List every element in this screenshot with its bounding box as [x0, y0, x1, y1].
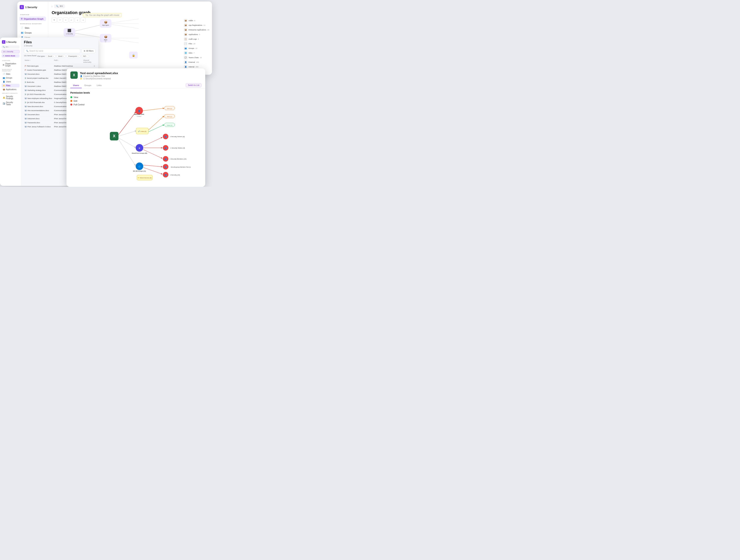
fl-search-magnify-icon: 🔍 [26, 50, 28, 52]
fl-tag-ppt-label: Powerpoint [68, 55, 77, 57]
fl-tag-ppt-remove[interactable]: × [78, 55, 78, 57]
fl-sites-icon: 📄 [3, 73, 5, 75]
legend-sites-r: 🌐 Sites 7 [184, 51, 209, 55]
fl-admin-badge: ✓ Admin Mode [2, 54, 19, 58]
file-icon-pptx: P [25, 69, 26, 71]
shared-count: 0 [83, 65, 95, 67]
fl-grid-icon: ⊞ [3, 64, 4, 66]
fl-users-label: Users [6, 81, 11, 83]
legend-teams-count: 15 [200, 57, 202, 59]
fl-tag-ppt[interactable]: Powerpoint × [67, 55, 80, 58]
legend-internal-label: Internal [188, 66, 194, 68]
fl-nav-applications[interactable]: 📦 Applications [2, 88, 19, 91]
fl-section-security: SECURITY INSIGHTS [2, 93, 19, 94]
fl-logo-box: 1 [2, 40, 5, 44]
svg-text:Edit (1): Edit (1) [167, 116, 172, 117]
fl-workspace-badge: 1S 1 Security [2, 50, 19, 53]
fl-section-workspace: WORKSPACE INVENTORY [2, 69, 19, 72]
fl-tag-word-remove[interactable]: × [63, 55, 64, 57]
svg-text:View (1): View (1) [167, 124, 173, 126]
nav-groups[interactable]: 👥 Groups [19, 30, 46, 35]
filename: Pitch.deck.pptx [27, 65, 38, 67]
svg-line-47 [118, 139, 135, 165]
fl-nav-groups[interactable]: 👥 Groups [2, 76, 19, 80]
legend-external-count: 150 [196, 61, 199, 63]
legend-files: 📄 Files 20 [184, 42, 209, 45]
svg-line-38 [143, 137, 162, 146]
fr-switch-to-list-btn[interactable]: Switch to List [186, 83, 201, 87]
legend-addin-count: 6 [194, 20, 195, 22]
app-reg-icon: 📦 [184, 23, 187, 27]
fl-tag-pdf-remove[interactable]: × [86, 55, 87, 57]
fl-tasks-label: Security Tasks [6, 101, 18, 106]
fl-filter-button[interactable]: ⚙ All filters [82, 49, 96, 53]
fr-tab-groups[interactable]: Groups [82, 83, 94, 88]
filename: Q3 2023 Financials.xlsx [27, 93, 45, 95]
nav-sites[interactable]: 📄 Sites [19, 26, 46, 30]
legend-external-label: External [188, 61, 195, 63]
svg-text:Edit (1): Edit (1) [167, 108, 172, 109]
filename: New employee onboarding.docx [27, 97, 52, 99]
fr-tab-users[interactable]: Users [70, 83, 82, 88]
svg-line-32 [149, 125, 164, 132]
fl-tag-pdf[interactable]: Pdf × [81, 55, 89, 58]
svg-text:X: X [113, 134, 115, 138]
svg-line-29 [149, 116, 164, 130]
fl-nav-tasks[interactable]: ☑️ Security Tasks [2, 101, 19, 106]
perm-edit: Edit [70, 100, 101, 102]
search-box[interactable]: 🔍 ⌘K [54, 4, 65, 8]
legend-addin: 📦 AddIn 6 [184, 19, 209, 22]
fl-tag-excel[interactable]: Excel × [46, 55, 56, 58]
section-overview-label: OVERVIEW [20, 14, 46, 16]
fr-permission-graph: X 👤 Matthew Olek Creator Edit (1) 🔗 Link… [105, 92, 201, 183]
addin-icon: 📦 [184, 19, 187, 22]
front-right-window: X Test excel spreadsheet.xlsx 👤 Created … [67, 68, 205, 187]
legend-audit: 📋 Audit Logs 3 [184, 37, 209, 41]
filename: Dokument.docx [27, 118, 39, 120]
fr-header: X Test excel spreadsheet.xlsx 👤 Created … [67, 68, 205, 88]
collapse-icon[interactable]: ‹ [52, 5, 53, 8]
nav-organization-graph[interactable]: ⊞ Organization Graph [19, 17, 46, 21]
svg-text:⬛: ⬛ [68, 29, 71, 32]
fr-tab-links[interactable]: Links [94, 83, 104, 88]
fr-file-info-row: X Test excel spreadsheet.xlsx 👤 Created … [70, 72, 201, 80]
fl-nav-files[interactable]: 📁 Files [2, 84, 19, 88]
svg-text:Creator: Creator [137, 116, 142, 117]
svg-text:1 Security (10): 1 Security (10) [170, 174, 180, 176]
fl-file-type-tags: 131 Items found File types: Excel × Word… [24, 55, 96, 58]
legend-sites-r-label: Sites [188, 52, 192, 54]
fl-nav-org-graph[interactable]: ⊞ Organization Graph [2, 62, 19, 68]
legend-applications: 📦 Applications 5 [184, 33, 209, 36]
fl-tag-word[interactable]: Word × [57, 55, 66, 58]
fl-users-icon: 👤 [3, 81, 5, 83]
legend-sites-r-count: 7 [193, 52, 194, 54]
legend-enterprise: 📦 Enterprise Applications 40 [184, 28, 209, 31]
fl-sites-label: Sites [6, 73, 10, 75]
fl-nav-findings[interactable]: ⚠️ Security Findings [2, 95, 19, 100]
fl-groups-label: Groups [6, 77, 12, 79]
fl-search-row[interactable]: 🔍 ⌘K [2, 45, 19, 48]
fl-tasks-icon: ☑️ [3, 102, 5, 105]
svg-text:👥: 👥 [165, 136, 167, 138]
sites-r-icon: 🌐 [184, 51, 187, 55]
fl-filter-label: All filters [86, 50, 93, 52]
fl-subtitle: 1 Security [24, 45, 96, 47]
fl-items-count: 131 Items found [24, 55, 36, 57]
fl-nav-users[interactable]: 👤 Users [2, 80, 19, 84]
filename: Document 1.docx [27, 85, 41, 87]
filename: Marketing strategy.docx [27, 89, 46, 91]
fl-tag-excel-remove[interactable]: × [53, 55, 54, 57]
svg-line-24 [143, 108, 163, 111]
svg-line-53 [143, 167, 162, 174]
fr-perm-title: Permission levels [70, 92, 101, 94]
table-row[interactable]: PPitch.deck.pptx /Matthew Olek/OneDrive … [24, 64, 96, 68]
file-icon-docx: W [25, 113, 26, 116]
legend-applications-count: 5 [199, 33, 200, 35]
fr-path: /1 Security/Documents renamed [83, 78, 111, 80]
svg-line-50 [143, 165, 162, 167]
legend-files-label: Files [188, 43, 192, 45]
fl-search-input[interactable]: 🔍 Search by name [24, 49, 80, 53]
fl-nav-sites[interactable]: 📄 Sites [2, 72, 19, 76]
fl-workspace-label: 1S 1 Security [3, 50, 13, 52]
grid-icon: ⊞ [21, 17, 22, 20]
